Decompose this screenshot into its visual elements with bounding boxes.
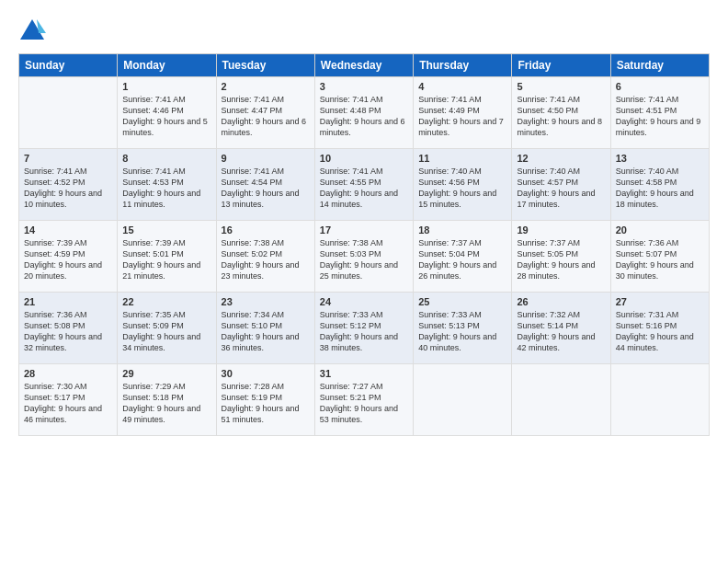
- day-number: 3: [320, 81, 408, 92]
- calendar-cell: 18Sunrise: 7:37 AMSunset: 5:04 PMDayligh…: [414, 221, 512, 293]
- cell-info: Sunrise: 7:36 AMSunset: 5:07 PMDaylight:…: [616, 237, 704, 282]
- calendar-cell: [512, 364, 610, 436]
- cell-info: Sunrise: 7:38 AMSunset: 5:03 PMDaylight:…: [320, 237, 408, 282]
- calendar-cell: 28Sunrise: 7:30 AMSunset: 5:17 PMDayligh…: [19, 364, 118, 436]
- calendar-cell: 3Sunrise: 7:41 AMSunset: 4:48 PMDaylight…: [314, 77, 413, 149]
- cell-info: Sunrise: 7:41 AMSunset: 4:50 PMDaylight:…: [517, 94, 605, 139]
- logo: [18, 17, 50, 44]
- calendar-cell: 20Sunrise: 7:36 AMSunset: 5:07 PMDayligh…: [610, 221, 709, 293]
- calendar-week-row: 21Sunrise: 7:36 AMSunset: 5:08 PMDayligh…: [19, 293, 710, 364]
- calendar-cell: 12Sunrise: 7:40 AMSunset: 4:57 PMDayligh…: [512, 149, 610, 221]
- calendar-table: SundayMondayTuesdayWednesdayThursdayFrid…: [18, 53, 710, 436]
- weekday-header: Friday: [512, 54, 610, 77]
- day-number: 13: [616, 153, 704, 164]
- cell-info: Sunrise: 7:31 AMSunset: 5:16 PMDaylight:…: [616, 309, 704, 354]
- cell-info: Sunrise: 7:40 AMSunset: 4:56 PMDaylight:…: [418, 166, 506, 211]
- weekday-header: Thursday: [414, 54, 512, 77]
- day-number: 25: [418, 296, 506, 307]
- calendar-cell: 6Sunrise: 7:41 AMSunset: 4:51 PMDaylight…: [610, 77, 709, 149]
- calendar-cell: 31Sunrise: 7:27 AMSunset: 5:21 PMDayligh…: [314, 364, 413, 436]
- day-number: 24: [320, 296, 408, 307]
- weekday-header: Sunday: [19, 54, 118, 77]
- weekday-header: Wednesday: [314, 54, 413, 77]
- calendar-cell: 23Sunrise: 7:34 AMSunset: 5:10 PMDayligh…: [216, 293, 314, 364]
- day-number: 2: [222, 81, 310, 92]
- calendar-cell: 29Sunrise: 7:29 AMSunset: 5:18 PMDayligh…: [118, 364, 216, 436]
- calendar-cell: 24Sunrise: 7:33 AMSunset: 5:12 PMDayligh…: [314, 293, 413, 364]
- calendar-cell: 27Sunrise: 7:31 AMSunset: 5:16 PMDayligh…: [610, 293, 709, 364]
- weekday-header: Saturday: [610, 54, 709, 77]
- cell-info: Sunrise: 7:41 AMSunset: 4:46 PMDaylight:…: [122, 94, 210, 139]
- calendar-cell: 7Sunrise: 7:41 AMSunset: 4:52 PMDaylight…: [19, 149, 118, 221]
- calendar-cell: 26Sunrise: 7:32 AMSunset: 5:14 PMDayligh…: [512, 293, 610, 364]
- cell-info: Sunrise: 7:41 AMSunset: 4:52 PMDaylight:…: [24, 166, 112, 211]
- calendar-cell: [19, 77, 118, 149]
- cell-info: Sunrise: 7:33 AMSunset: 5:13 PMDaylight:…: [418, 309, 506, 354]
- cell-info: Sunrise: 7:36 AMSunset: 5:08 PMDaylight:…: [24, 309, 112, 354]
- calendar-week-row: 14Sunrise: 7:39 AMSunset: 4:59 PMDayligh…: [19, 221, 710, 293]
- cell-info: Sunrise: 7:40 AMSunset: 4:58 PMDaylight:…: [616, 166, 704, 211]
- day-number: 22: [122, 296, 210, 307]
- cell-info: Sunrise: 7:41 AMSunset: 4:49 PMDaylight:…: [418, 94, 506, 139]
- day-number: 9: [222, 153, 310, 164]
- day-number: 23: [222, 296, 310, 307]
- calendar-cell: 9Sunrise: 7:41 AMSunset: 4:54 PMDaylight…: [216, 149, 314, 221]
- cell-info: Sunrise: 7:41 AMSunset: 4:51 PMDaylight:…: [616, 94, 704, 139]
- day-number: 10: [320, 153, 408, 164]
- cell-info: Sunrise: 7:39 AMSunset: 4:59 PMDaylight:…: [24, 237, 112, 282]
- calendar-cell: 14Sunrise: 7:39 AMSunset: 4:59 PMDayligh…: [19, 221, 118, 293]
- cell-info: Sunrise: 7:41 AMSunset: 4:55 PMDaylight:…: [320, 166, 408, 211]
- day-number: 17: [320, 224, 408, 236]
- cell-info: Sunrise: 7:38 AMSunset: 5:02 PMDaylight:…: [222, 237, 310, 282]
- cell-info: Sunrise: 7:41 AMSunset: 4:48 PMDaylight:…: [320, 94, 408, 139]
- cell-info: Sunrise: 7:29 AMSunset: 5:18 PMDaylight:…: [122, 381, 210, 426]
- calendar-cell: 30Sunrise: 7:28 AMSunset: 5:19 PMDayligh…: [216, 364, 314, 436]
- cell-info: Sunrise: 7:30 AMSunset: 5:17 PMDaylight:…: [24, 381, 112, 426]
- day-number: 12: [517, 153, 605, 164]
- day-number: 5: [517, 81, 605, 92]
- weekday-header: Monday: [118, 54, 216, 77]
- calendar-cell: 16Sunrise: 7:38 AMSunset: 5:02 PMDayligh…: [216, 221, 314, 293]
- day-number: 8: [122, 153, 210, 164]
- calendar-cell: 4Sunrise: 7:41 AMSunset: 4:49 PMDaylight…: [414, 77, 512, 149]
- calendar-cell: 19Sunrise: 7:37 AMSunset: 5:05 PMDayligh…: [512, 221, 610, 293]
- calendar-cell: 13Sunrise: 7:40 AMSunset: 4:58 PMDayligh…: [610, 149, 709, 221]
- calendar-cell: [414, 364, 512, 436]
- calendar-cell: 17Sunrise: 7:38 AMSunset: 5:03 PMDayligh…: [314, 221, 413, 293]
- day-number: 7: [24, 153, 112, 164]
- calendar-week-row: 1Sunrise: 7:41 AMSunset: 4:46 PMDaylight…: [19, 77, 710, 149]
- cell-info: Sunrise: 7:41 AMSunset: 4:54 PMDaylight:…: [222, 166, 310, 211]
- calendar-page: SundayMondayTuesdayWednesdayThursdayFrid…: [0, 0, 728, 563]
- day-number: 11: [418, 153, 506, 164]
- cell-info: Sunrise: 7:37 AMSunset: 5:04 PMDaylight:…: [418, 237, 506, 282]
- day-number: 28: [24, 368, 112, 379]
- calendar-cell: 5Sunrise: 7:41 AMSunset: 4:50 PMDaylight…: [512, 77, 610, 149]
- calendar-cell: 22Sunrise: 7:35 AMSunset: 5:09 PMDayligh…: [118, 293, 216, 364]
- header-row: SundayMondayTuesdayWednesdayThursdayFrid…: [19, 54, 710, 77]
- calendar-cell: 21Sunrise: 7:36 AMSunset: 5:08 PMDayligh…: [19, 293, 118, 364]
- day-number: 19: [517, 224, 605, 236]
- calendar-cell: 2Sunrise: 7:41 AMSunset: 4:47 PMDaylight…: [216, 77, 314, 149]
- day-number: 30: [222, 368, 310, 379]
- cell-info: Sunrise: 7:32 AMSunset: 5:14 PMDaylight:…: [517, 309, 605, 354]
- cell-info: Sunrise: 7:40 AMSunset: 4:57 PMDaylight:…: [517, 166, 605, 211]
- calendar-week-row: 28Sunrise: 7:30 AMSunset: 5:17 PMDayligh…: [19, 364, 710, 436]
- calendar-cell: 25Sunrise: 7:33 AMSunset: 5:13 PMDayligh…: [414, 293, 512, 364]
- day-number: 27: [616, 296, 704, 307]
- logo-icon: [18, 17, 46, 44]
- calendar-cell: 8Sunrise: 7:41 AMSunset: 4:53 PMDaylight…: [118, 149, 216, 221]
- calendar-cell: 11Sunrise: 7:40 AMSunset: 4:56 PMDayligh…: [414, 149, 512, 221]
- cell-info: Sunrise: 7:37 AMSunset: 5:05 PMDaylight:…: [517, 237, 605, 282]
- day-number: 31: [320, 368, 408, 379]
- cell-info: Sunrise: 7:28 AMSunset: 5:19 PMDaylight:…: [222, 381, 310, 426]
- day-number: 20: [616, 224, 704, 236]
- cell-info: Sunrise: 7:39 AMSunset: 5:01 PMDaylight:…: [122, 237, 210, 282]
- day-number: 16: [222, 224, 310, 236]
- day-number: 29: [122, 368, 210, 379]
- cell-info: Sunrise: 7:34 AMSunset: 5:10 PMDaylight:…: [222, 309, 310, 354]
- day-number: 21: [24, 296, 112, 307]
- calendar-cell: 15Sunrise: 7:39 AMSunset: 5:01 PMDayligh…: [118, 221, 216, 293]
- cell-info: Sunrise: 7:41 AMSunset: 4:53 PMDaylight:…: [122, 166, 210, 211]
- day-number: 4: [418, 81, 506, 92]
- day-number: 26: [517, 296, 605, 307]
